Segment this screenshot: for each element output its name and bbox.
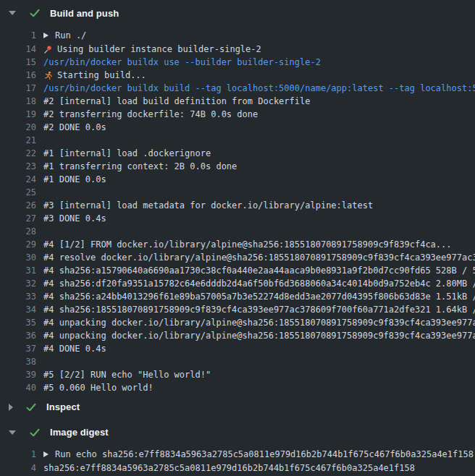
line-number[interactable]: 28 bbox=[0, 225, 36, 238]
line-number[interactable]: 27 bbox=[0, 212, 36, 225]
group-expand-icon[interactable] bbox=[43, 33, 49, 38]
log-line: 36 #4 unpacking docker.io/library/alpine… bbox=[0, 329, 475, 342]
line-number[interactable]: 19 bbox=[0, 108, 36, 121]
line-content: Using builder instance builder-single-2 bbox=[43, 43, 261, 56]
line-number[interactable]: 4 bbox=[0, 462, 36, 475]
log-line: 4 sha256:e7ff8834a5963a2785c5a0811e979d1… bbox=[0, 462, 475, 475]
section-body: 1 Run echo sha256:e7ff8834a5963a2785c5a0… bbox=[0, 445, 475, 475]
line-content: /usr/bin/docker buildx build --tag local… bbox=[43, 82, 475, 95]
line-text: #4 sha256:185518070891758909c9f839cf4ca3… bbox=[43, 303, 475, 316]
chevron-down-icon bbox=[9, 430, 16, 435]
line-content: #1 [internal] load .dockerignore bbox=[43, 147, 211, 160]
line-content: #4 unpacking docker.io/library/alpine@sh… bbox=[43, 316, 475, 329]
line-number[interactable]: 22 bbox=[0, 147, 36, 160]
line-content: #2 DONE 0.0s bbox=[43, 121, 106, 134]
log-line: 20 #2 DONE 0.0s bbox=[0, 121, 475, 134]
line-number[interactable]: 26 bbox=[0, 199, 36, 212]
line-text: #1 [internal] load .dockerignore bbox=[43, 147, 211, 160]
line-number[interactable]: 36 bbox=[0, 329, 36, 342]
line-number[interactable]: 24 bbox=[0, 173, 36, 186]
line-number[interactable]: 34 bbox=[0, 303, 36, 316]
pushpin-icon bbox=[43, 45, 53, 54]
section-title: Build and push bbox=[50, 8, 119, 19]
log-line: 16 Starting build... bbox=[0, 69, 475, 82]
line-number[interactable]: 23 bbox=[0, 160, 36, 173]
line-number[interactable]: 31 bbox=[0, 264, 36, 277]
line-number[interactable]: 40 bbox=[0, 381, 36, 394]
line-text: Using builder instance builder-single-2 bbox=[57, 43, 261, 56]
line-number[interactable]: 33 bbox=[0, 290, 36, 303]
line-content: #4 sha256:185518070891758909c9f839cf4ca3… bbox=[43, 303, 475, 316]
line-text: #4 DONE 0.4s bbox=[43, 342, 106, 355]
line-text: /usr/bin/docker buildx use --builder bui… bbox=[43, 56, 321, 69]
log-line: 19 #2 transferring dockerfile: 74B 0.0s … bbox=[0, 108, 475, 121]
log-line: 29 #4 [1/2] FROM docker.io/library/alpin… bbox=[0, 238, 475, 251]
line-number[interactable]: 29 bbox=[0, 238, 36, 251]
section-header[interactable]: Inspect bbox=[0, 394, 475, 420]
line-text: #4 sha256:a15790640a6690aa1730c38cf0a440… bbox=[43, 264, 475, 277]
line-content: #4 sha256:a24bb4013296f61e89ba57005a7b3e… bbox=[43, 290, 475, 303]
log-line: 23 #1 transferring context: 2B 0.0s done bbox=[0, 160, 475, 173]
line-number[interactable]: 21 bbox=[0, 134, 36, 147]
line-text: Run echo sha256:e7ff8834a5963a2785c5a081… bbox=[55, 447, 474, 462]
line-content: #4 DONE 0.4s bbox=[43, 342, 106, 355]
log-line: 31 #4 sha256:a15790640a6690aa1730c38cf0a… bbox=[0, 264, 475, 277]
line-text: /usr/bin/docker buildx build --tag local… bbox=[43, 82, 475, 95]
line-text: #4 sha256:a24bb4013296f61e89ba57005a7b3e… bbox=[43, 290, 475, 303]
log-line: 14 Using builder instance builder-single… bbox=[0, 43, 475, 56]
line-content: #1 transferring context: 2B 0.0s done bbox=[43, 160, 237, 173]
line-text: #2 transferring dockerfile: 74B 0.0s don… bbox=[43, 108, 258, 121]
chevron-down-icon bbox=[9, 11, 16, 15]
line-text: #4 resolve docker.io/library/alpine@sha2… bbox=[43, 251, 475, 264]
log-line: 39 #5 [2/2] RUN echo "Hello world!" bbox=[0, 368, 475, 381]
line-text: #5 [2/2] RUN echo "Hello world!" bbox=[43, 368, 211, 381]
line-number[interactable]: 14 bbox=[0, 43, 36, 56]
log-line: 33 #4 sha256:a24bb4013296f61e89ba57005a7… bbox=[0, 290, 475, 303]
log-line: 40 #5 0.060 Hello world! bbox=[0, 381, 475, 394]
log-line: 25 bbox=[0, 186, 475, 199]
section-title: Image digest bbox=[50, 427, 109, 438]
line-text: #4 unpacking docker.io/library/alpine@sh… bbox=[43, 329, 475, 342]
log-section-build-and-push: Build and push 1 Run ./ 14 Using builder… bbox=[0, 0, 475, 394]
line-content: #4 [1/2] FROM docker.io/library/alpine@s… bbox=[43, 238, 452, 251]
line-text: Starting build... bbox=[57, 69, 146, 82]
log-section-inspect: Inspect bbox=[0, 394, 475, 420]
log-line: 18 #2 [internal] load build definition f… bbox=[0, 95, 475, 108]
log-line: 1 Run ./ bbox=[0, 28, 475, 43]
group-expand-icon[interactable] bbox=[43, 451, 49, 457]
line-number[interactable]: 17 bbox=[0, 82, 36, 95]
log-line: 1 Run echo sha256:e7ff8834a5963a2785c5a0… bbox=[0, 447, 475, 462]
line-content: #5 0.060 Hello world! bbox=[43, 381, 154, 394]
log-line: 30 #4 resolve docker.io/library/alpine@s… bbox=[0, 251, 475, 264]
chevron-right-icon bbox=[9, 404, 13, 411]
line-number[interactable]: 30 bbox=[0, 251, 36, 264]
line-text: #2 [internal] load build definition from… bbox=[43, 95, 310, 108]
line-number[interactable]: 1 bbox=[0, 447, 36, 462]
line-number[interactable]: 16 bbox=[0, 69, 36, 82]
line-content: #4 sha256:a15790640a6690aa1730c38cf0a440… bbox=[43, 264, 475, 277]
line-number[interactable]: 37 bbox=[0, 342, 36, 355]
section-header[interactable]: Build and push bbox=[0, 0, 475, 26]
line-number[interactable]: 18 bbox=[0, 95, 36, 108]
line-number[interactable]: 32 bbox=[0, 277, 36, 290]
line-content: #3 [internal] load metadata for docker.i… bbox=[43, 199, 373, 212]
section-header[interactable]: Image digest bbox=[0, 420, 475, 445]
line-number[interactable]: 38 bbox=[0, 355, 36, 368]
line-number[interactable]: 1 bbox=[0, 28, 36, 43]
line-text: #4 unpacking docker.io/library/alpine@sh… bbox=[43, 316, 475, 329]
line-content: #3 DONE 0.4s bbox=[43, 212, 106, 225]
line-number[interactable]: 25 bbox=[0, 186, 36, 199]
line-number[interactable]: 35 bbox=[0, 316, 36, 329]
line-number[interactable]: 20 bbox=[0, 121, 36, 134]
line-number[interactable]: 39 bbox=[0, 368, 36, 381]
line-content: /usr/bin/docker buildx use --builder bui… bbox=[43, 56, 321, 69]
line-text: #4 [1/2] FROM docker.io/library/alpine@s… bbox=[43, 238, 452, 251]
log-line: 38 bbox=[0, 355, 475, 368]
log-line: 15 /usr/bin/docker buildx use --builder … bbox=[0, 56, 475, 69]
line-content: #4 resolve docker.io/library/alpine@sha2… bbox=[43, 251, 475, 264]
log-line: 22 #1 [internal] load .dockerignore bbox=[0, 147, 475, 160]
log-line: 32 #4 sha256:df20fa9351a15782c64e6dddb2d… bbox=[0, 277, 475, 290]
line-number[interactable]: 15 bbox=[0, 56, 36, 69]
line-content: #4 sha256:df20fa9351a15782c64e6dddb2d4a6… bbox=[43, 277, 475, 290]
line-text: #1 DONE 0.0s bbox=[43, 173, 106, 186]
